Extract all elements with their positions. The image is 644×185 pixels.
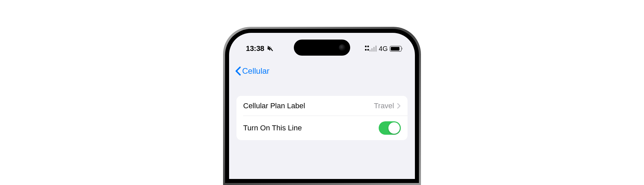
chevron-left-icon [235, 66, 241, 76]
cellular-plan-label-value: Travel [374, 102, 394, 110]
turn-on-line-title: Turn On This Line [243, 124, 302, 132]
dynamic-island [294, 40, 350, 56]
signal-strength-icon [365, 46, 377, 52]
mute-icon [267, 45, 274, 52]
network-type-label: 4G [379, 45, 388, 53]
phone-screen: 13:38 [229, 33, 415, 179]
camera-icon [339, 44, 345, 51]
settings-group: Cellular Plan Label Travel Turn On This … [236, 96, 408, 140]
nav-back-label: Cellular [242, 66, 269, 76]
status-time: 13:38 [246, 44, 264, 53]
phone-inner-frame: 13:38 [225, 29, 419, 183]
turn-on-line-toggle[interactable] [379, 121, 401, 135]
turn-on-line-row: Turn On This Line [236, 116, 408, 140]
battery-icon [390, 46, 401, 52]
cellular-plan-label-row[interactable]: Cellular Plan Label Travel [243, 96, 408, 116]
toggle-knob-icon [388, 122, 400, 134]
cellular-plan-label-title: Cellular Plan Label [243, 102, 305, 110]
chevron-right-icon [397, 103, 401, 109]
phone-frame: 13:38 [223, 27, 421, 185]
status-bar-right: 4G [365, 45, 401, 53]
nav-back-button[interactable]: Cellular [229, 56, 415, 82]
status-bar-left: 13:38 [246, 44, 274, 53]
